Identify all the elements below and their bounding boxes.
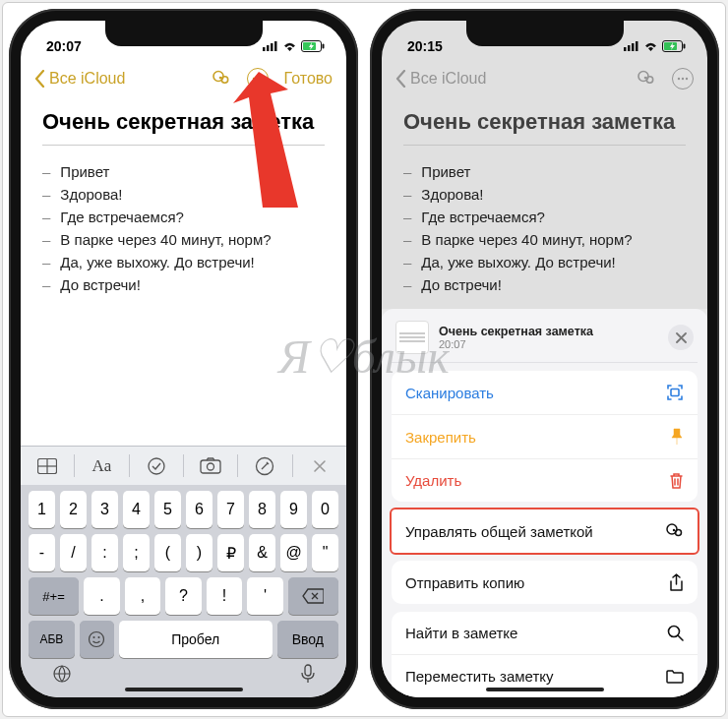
home-indicator[interactable] [125,688,243,691]
svg-rect-39 [671,389,679,396]
emoji-key[interactable] [80,621,114,658]
svg-rect-17 [201,460,220,473]
key[interactable]: & [249,534,275,571]
key[interactable]: . [84,577,120,615]
key[interactable]: ( [154,534,181,571]
phone-right: 20:15 Все iCloud Очень секретная [370,9,719,709]
key[interactable]: 2 [60,491,87,528]
backspace-key[interactable] [288,577,338,615]
action-label: Закрепить [405,429,476,446]
key[interactable]: ? [165,577,202,615]
enter-key[interactable]: Ввод [277,621,338,658]
more-button[interactable] [247,68,269,90]
svg-point-18 [208,463,214,470]
format-button[interactable]: Aa [75,447,128,485]
markup-icon[interactable] [238,447,291,485]
note-line: –В парке через 40 минут, норм? [42,231,325,248]
key[interactable]: ' [247,577,283,615]
svg-point-11 [256,78,258,80]
svg-point-10 [252,78,254,80]
key[interactable]: ) [186,534,212,571]
wifi-icon [282,41,297,52]
key[interactable]: / [60,534,87,571]
table-icon[interactable] [21,447,74,485]
svg-rect-5 [303,42,316,50]
action-label: Удалить [405,472,461,489]
svg-point-42 [673,529,675,531]
divider [42,145,325,146]
back-button[interactable]: Все iCloud [34,70,125,88]
svg-point-9 [218,77,221,80]
close-button[interactable] [668,325,694,350]
note-line: –Привет [42,163,325,180]
signal-icon [263,41,278,51]
key[interactable]: 5 [154,491,181,528]
action-label: Сканировать [405,385,494,401]
key[interactable]: 9 [280,491,307,528]
nav-bar: Все iCloud Готово [21,58,346,99]
action-manage-shared[interactable]: Управлять общей заметкой [392,509,698,553]
svg-point-21 [93,636,95,638]
action-label: Найти в заметке [405,625,517,641]
note-line: –До встречи! [42,276,325,293]
key[interactable]: 6 [186,491,212,528]
svg-rect-24 [305,665,311,676]
done-button[interactable]: Готово [284,70,333,88]
action-scan[interactable]: Сканировать [392,371,698,414]
action-label: Переместить заметку [405,668,554,685]
abc-key[interactable]: АБВ [29,621,75,658]
globe-icon[interactable] [52,664,72,689]
key[interactable]: @ [280,534,307,571]
key[interactable]: - [29,534,55,571]
close-keyboard-icon[interactable] [293,447,346,485]
svg-point-16 [149,458,164,474]
action-label: Отправить копию [405,574,524,591]
key[interactable]: 3 [91,491,118,528]
checklist-icon[interactable] [130,447,183,485]
action-find[interactable]: Найти в заметке [392,612,698,654]
key[interactable]: ₽ [217,534,244,571]
action-delete[interactable]: Удалить [392,458,698,502]
note-title: Очень секретная заметка [42,109,325,135]
home-indicator[interactable] [486,688,604,691]
space-key[interactable]: Пробел [119,621,273,658]
key-symbols-switch[interactable]: #+= [29,577,79,615]
notch [105,21,263,46]
key[interactable]: : [91,534,118,571]
key[interactable]: 4 [123,491,150,528]
sheet-title: Очень секретная заметка [439,325,593,338]
key[interactable]: 1 [29,491,55,528]
search-icon [667,625,684,641]
collaborate-icon[interactable] [210,68,231,90]
scan-icon [666,384,684,401]
key[interactable]: ! [207,577,243,615]
collaborate-icon [664,522,684,540]
mic-icon[interactable] [301,664,315,689]
note-line: –Где встречаемся? [42,209,325,225]
key[interactable]: 8 [249,491,275,528]
battery-icon [301,40,325,52]
note-thumbnail-icon [395,321,429,354]
share-icon [669,573,684,591]
svg-rect-3 [274,41,277,51]
key[interactable]: " [312,534,338,571]
key[interactable]: , [125,577,161,615]
camera-icon[interactable] [184,447,237,485]
key[interactable]: 7 [217,491,244,528]
keyboard[interactable]: 1 2 3 4 5 6 7 8 9 0 - / : ; ( ) [21,485,346,697]
sheet-backdrop[interactable] [382,21,707,309]
note-line: –Да, уже выхожу. До встречи! [42,254,325,270]
svg-point-22 [98,636,100,638]
note-body[interactable]: Очень секретная заметка –Привет –Здорова… [21,99,346,446]
pin-icon [670,428,684,446]
action-sheet: Очень секретная заметка 20:07 Сканироват… [382,309,707,697]
action-pin[interactable]: Закрепить [392,414,698,458]
svg-rect-0 [263,47,266,51]
folder-icon [666,669,684,684]
status-time: 20:07 [46,38,82,54]
action-send-copy[interactable]: Отправить копию [392,561,698,604]
key[interactable]: ; [123,534,150,571]
notch [466,21,624,46]
trash-icon [669,472,684,489]
key[interactable]: 0 [312,491,338,528]
